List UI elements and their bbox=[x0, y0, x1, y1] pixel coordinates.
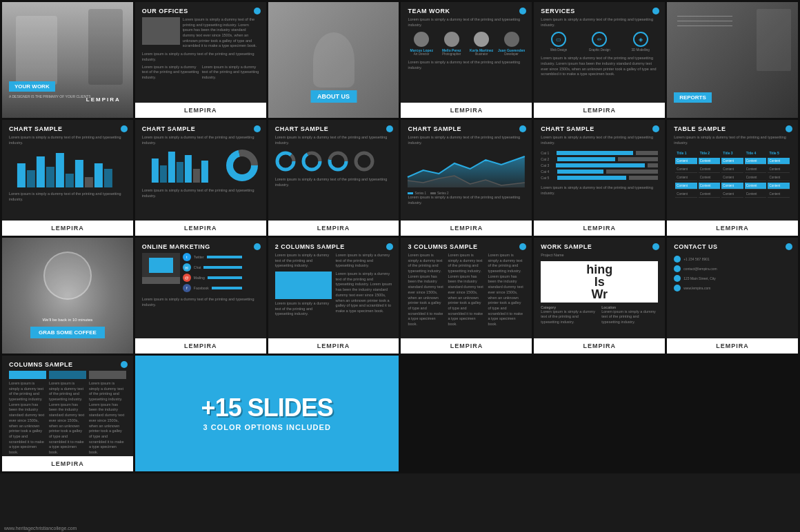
slide-footer-5: LEMPIRA bbox=[534, 103, 665, 118]
work-meta: Category Lorem ipsum is simply a dummy t… bbox=[541, 305, 658, 325]
table-cell: Content bbox=[745, 191, 767, 198]
table-row: Content Content Content Content Content bbox=[675, 158, 790, 165]
chart-2-container bbox=[142, 148, 259, 185]
blue-dot-14 bbox=[254, 243, 261, 250]
col-2: Lorem ipsum is simply a dummy text of th… bbox=[336, 253, 392, 317]
chat-icon: ✉ bbox=[183, 263, 191, 272]
slide-contact: CONTACT US +1 234 567 8901 contact@lempi… bbox=[667, 238, 798, 354]
about-badge: ABOUT US bbox=[310, 90, 357, 103]
work-sample-title: WORK SAMPLE bbox=[541, 243, 658, 250]
office-img bbox=[142, 17, 180, 45]
blue-dot-12 bbox=[786, 125, 792, 132]
circles-row bbox=[275, 151, 392, 172]
columns-sample-container: Lorem ipsum is simply a dummy text of th… bbox=[9, 371, 126, 456]
table-cell: Content bbox=[768, 166, 790, 173]
table-cell: Content bbox=[675, 174, 697, 181]
our-offices-title: OUR OFFICES bbox=[142, 8, 259, 14]
table-cell: Content bbox=[675, 158, 697, 165]
table-cell: Content bbox=[745, 183, 767, 190]
svg-rect-9 bbox=[104, 169, 112, 187]
svg-rect-2 bbox=[37, 156, 45, 187]
table-cell: Content bbox=[721, 166, 743, 173]
office-col2: Lorem ipsum is simply a dummy text of th… bbox=[202, 65, 259, 81]
team-member-2: Mello Perez Photographer bbox=[438, 32, 465, 56]
monitor-icon: ▭ bbox=[556, 37, 561, 43]
svg-rect-13 bbox=[177, 162, 183, 183]
slide-2-columns: 2 COLUMNS SAMPLE Lorem ipsum is simply a… bbox=[268, 238, 399, 354]
slide-footer-15: LEMPIRA bbox=[268, 338, 399, 354]
slide-footer-11: LEMPIRA bbox=[534, 221, 665, 236]
svg-rect-1 bbox=[27, 170, 35, 187]
slide-footer-16: LEMPIRA bbox=[401, 338, 532, 354]
work-sample-img: NothingIsWrong bbox=[541, 261, 658, 303]
table-cell: Content bbox=[721, 158, 743, 165]
svg-point-25 bbox=[356, 153, 372, 170]
project-label: Project Name bbox=[541, 253, 658, 258]
table-cell: Content bbox=[699, 183, 721, 190]
slide-chart-3: CHART SAMPLE Lorem ipsum is simply a dum… bbox=[268, 120, 399, 236]
promo-main-text: +15 SLIDES bbox=[201, 396, 333, 420]
promo-sub-text: 3 COLOR OPTIONS INCLUDED bbox=[203, 423, 330, 431]
chat-label: Chat bbox=[194, 265, 201, 269]
cs-col-a: Lorem ipsum is simply a dummy text of th… bbox=[9, 371, 46, 456]
slide-footer-19: LEMPIRA bbox=[2, 456, 133, 471]
slide-footer-2: LEMPIRA bbox=[135, 103, 266, 118]
slide-chart-4: CHART SAMPLE Lorem ipsum is simply a dum… bbox=[401, 120, 532, 236]
table-title: TABLE SAMPLE bbox=[674, 125, 791, 132]
pen-icon: ✏ bbox=[597, 37, 602, 43]
slide-footer-9: LEMPIRA bbox=[268, 221, 399, 236]
col-title-4: Title 4 bbox=[745, 150, 767, 156]
grab-coffee-badge: GRAB SOME COFFEE bbox=[30, 327, 105, 338]
slide-footer-17: LEMPIRA bbox=[534, 338, 665, 354]
table-cell: Content bbox=[699, 191, 721, 198]
col-1: Lorem ipsum is simply a dummy text of th… bbox=[275, 253, 332, 317]
office-col1: Lorem ipsum is simply a dummy text of th… bbox=[142, 65, 199, 81]
slide-table: TABLE SAMPLE Lorem ipsum is simply a dum… bbox=[667, 120, 798, 236]
table-cell: Content bbox=[745, 158, 767, 165]
facebook-row: f Facebook bbox=[183, 284, 242, 292]
svg-rect-5 bbox=[66, 174, 74, 187]
web-text: www.lempira.com bbox=[683, 286, 710, 290]
table-cell: Content bbox=[721, 183, 743, 190]
table-row: Content Content Content Content Content bbox=[675, 166, 790, 173]
chart-1-text: Lorem ipsum is simply a dummy text of th… bbox=[9, 135, 126, 145]
marketing-title: ONLINE MARKETING bbox=[142, 243, 259, 250]
web-icon bbox=[674, 285, 681, 291]
email-icon bbox=[674, 265, 681, 272]
svg-rect-12 bbox=[168, 152, 175, 183]
2col-title: 2 COLUMNS SAMPLE bbox=[275, 243, 392, 250]
email-text: contact@lempira.com bbox=[683, 267, 717, 271]
chat-row: ✉ Chat bbox=[183, 263, 242, 272]
cs-icon-a bbox=[9, 371, 46, 379]
office-text-2: Lorem ipsum is simply a dummy text of th… bbox=[142, 52, 259, 62]
table-cell: Content bbox=[768, 191, 790, 198]
svg-rect-8 bbox=[94, 163, 103, 187]
slide-online-marketing: ONLINE MARKETING t Twitter ✉ Chat bbox=[135, 238, 266, 354]
table-cell: Content bbox=[768, 158, 790, 165]
chart-1-title: CHART SAMPLE bbox=[9, 125, 126, 132]
slide-3-columns: 3 COLUMNS SAMPLE Lorem ipsum is simply a… bbox=[401, 238, 532, 354]
col-2-content: Lorem ipsum is simply a dummy text of th… bbox=[336, 272, 392, 314]
chart-3-text-2: Lorem ipsum is simply a dummy text of th… bbox=[275, 177, 392, 187]
mailing-label: Mailing bbox=[194, 276, 205, 280]
coffee-overlay: We'll be back in 10 minutes GRAB SOME CO… bbox=[2, 318, 133, 338]
svg-rect-10 bbox=[152, 158, 159, 183]
svg-rect-11 bbox=[160, 165, 167, 183]
contact-phone: +1 234 567 8901 bbox=[674, 256, 791, 263]
chart-3-title: CHART SAMPLE bbox=[275, 125, 392, 132]
two-cols-container: Lorem ipsum is simply a dummy text of th… bbox=[275, 253, 392, 317]
slide-chart-5: CHART SAMPLE Lorem ipsum is simply a dum… bbox=[534, 120, 665, 236]
slide-reports: REPORTS LEMPIRA bbox=[667, 2, 798, 118]
cs-icon-c bbox=[89, 371, 126, 379]
table-cell: Content bbox=[675, 191, 697, 198]
office-text: Lorem ipsum is simply a dummy text of th… bbox=[183, 17, 259, 49]
graphic-design-service: ✏ Graphic Design bbox=[582, 32, 617, 52]
slide-chart-1: CHART SAMPLE Lorem ipsum is simply a dum… bbox=[2, 120, 133, 236]
slide-services: SERVICES Lorem ipsum is simply a dummy t… bbox=[534, 2, 665, 118]
slide-footer-4: LEMPIRA bbox=[401, 103, 532, 118]
team-member-4: Juan Guerenden Developer bbox=[498, 32, 525, 56]
chart-2-title: CHART SAMPLE bbox=[142, 125, 259, 132]
team-text: Lorem ipsum is simply a dummy text of th… bbox=[408, 17, 525, 28]
svg-rect-16 bbox=[201, 161, 208, 183]
table-cell: Content bbox=[675, 183, 697, 190]
